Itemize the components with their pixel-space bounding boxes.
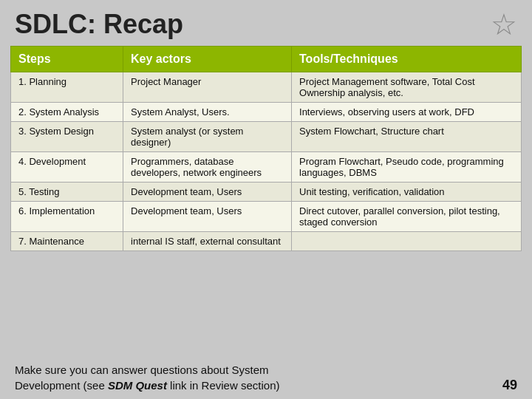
footer-text: Make sure you can answer questions about… (15, 362, 279, 393)
cell-step: 4. Development (11, 152, 123, 183)
cell-actors: Development team, Users (123, 202, 292, 232)
header-steps: Steps (11, 47, 123, 72)
cell-actors: Project Manager (123, 72, 292, 103)
cell-actors: Programmers, database developers, networ… (123, 152, 292, 183)
header-tools: Tools/Techniques (292, 47, 522, 72)
cell-actors: Development team, Users (123, 183, 292, 202)
cell-tools: Project Management software, Total Cost … (292, 72, 522, 103)
table-header-row: Steps Key actors Tools/Techniques (11, 47, 522, 72)
footer-area: Make sure you can answer questions about… (15, 362, 517, 393)
star-icon: ☆ (491, 10, 517, 39)
cell-step: 2. System Analysis (11, 103, 123, 122)
table-row: 1. PlanningProject ManagerProject Manage… (11, 72, 522, 103)
cell-actors: internal IS staff, external consultant (123, 232, 292, 251)
footer-sdm-quest: SDM Quest (108, 379, 167, 392)
cell-actors: System analyst (or system designer) (123, 122, 292, 152)
cell-tools: Interviews, observing users at work, DFD (292, 103, 522, 122)
cell-step: 7. Maintenance (11, 232, 123, 251)
page: SDLC: Recap ☆ Steps Key actors Tools/Tec… (0, 0, 532, 399)
cell-tools: Direct cutover, parallel conversion, pil… (292, 202, 522, 232)
cell-tools: Program Flowchart, Pseudo code, programm… (292, 152, 522, 183)
cell-step: 5. Testing (11, 183, 123, 202)
table-row: 3. System DesignSystem analyst (or syste… (11, 122, 522, 152)
cell-tools (292, 232, 522, 251)
cell-step: 3. System Design (11, 122, 123, 152)
title-area: SDLC: Recap ☆ (0, 0, 532, 46)
cell-step: 6. Implementation (11, 202, 123, 232)
table-row: 2. System AnalysisSystem Analyst, Users.… (11, 103, 522, 122)
footer-line2-start: Development (see (15, 379, 108, 392)
page-number: 49 (502, 378, 517, 393)
sdlc-table: Steps Key actors Tools/Techniques 1. Pla… (10, 46, 522, 251)
table-row: 6. ImplementationDevelopment team, Users… (11, 202, 522, 232)
footer-line2-end: link in Review section) (167, 379, 280, 392)
cell-tools: Unit testing, verification, validation (292, 183, 522, 202)
table-row: 4. DevelopmentProgrammers, database deve… (11, 152, 522, 183)
table-container: Steps Key actors Tools/Techniques 1. Pla… (10, 46, 522, 251)
cell-step: 1. Planning (11, 72, 123, 103)
page-title: SDLC: Recap (15, 9, 183, 40)
cell-tools: System Flowchart, Structure chart (292, 122, 522, 152)
table-row: 7. Maintenanceinternal IS staff, externa… (11, 232, 522, 251)
footer-line1: Make sure you can answer questions about… (15, 364, 269, 376)
table-row: 5. TestingDevelopment team, UsersUnit te… (11, 183, 522, 202)
header-key-actors: Key actors (123, 47, 292, 72)
cell-actors: System Analyst, Users. (123, 103, 292, 122)
